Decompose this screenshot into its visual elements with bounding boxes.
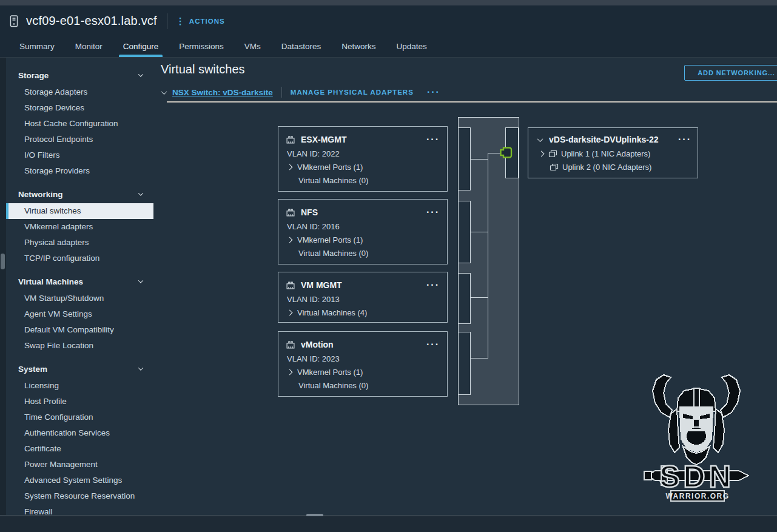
sidebar-item-virtual-switches[interactable]: Virtual switches xyxy=(6,203,153,219)
port-group-name: NFS xyxy=(301,207,318,217)
sidebar-item-firewall[interactable]: Firewall xyxy=(6,504,153,516)
vlan-id-label: VLAN ID: 2016 xyxy=(286,220,440,233)
sidebar-item-vmkernel-adapters[interactable]: VMkernel adapters xyxy=(6,219,153,235)
window-top-bar xyxy=(0,0,777,5)
watermark-title: SDN xyxy=(659,460,735,494)
tab-datastores[interactable]: Datastores xyxy=(271,36,331,57)
viking-left-horn xyxy=(653,375,672,417)
sidebar-scroll-thumb[interactable] xyxy=(1,254,5,269)
sidebar-section-networking: Networking Virtual switches VMkernel ada… xyxy=(6,185,153,266)
sidebar-item-default-vm-compatibility[interactable]: Default VM Compatibility xyxy=(6,322,153,338)
port-group-icon xyxy=(286,135,295,144)
page-title: vcf09-e01-esx01.lab.vcf xyxy=(26,14,157,28)
chevron-right-icon xyxy=(287,309,293,315)
sidebar-item-storage-devices[interactable]: Storage Devices xyxy=(6,100,153,116)
sidebar-header-virtual-machines[interactable]: Virtual Machines xyxy=(6,272,153,291)
viking-hair-right xyxy=(713,409,724,453)
object-header: vcf09-e01-esx01.lab.vcf ⋮ ACTIONS xyxy=(0,5,777,36)
port-group-icon xyxy=(286,208,295,217)
vlan-id-label: VLAN ID: 2013 xyxy=(286,292,440,306)
tab-summary[interactable]: Summary xyxy=(9,36,65,57)
tab-permissions[interactable]: Permissions xyxy=(169,36,234,57)
port-group-more-button[interactable]: ··· xyxy=(426,282,440,288)
sidebar-item-host-cache-configuration[interactable]: Host Cache Configuration xyxy=(6,116,153,132)
port-block-esx-mgmt xyxy=(459,128,471,190)
tab-monitor[interactable]: Monitor xyxy=(65,36,113,57)
chevron-down-icon xyxy=(138,190,143,195)
chevron-down-icon[interactable] xyxy=(161,89,167,95)
chevron-down-icon xyxy=(138,72,143,76)
switch-more-actions-button[interactable]: ··· xyxy=(427,89,440,95)
toolbar-divider xyxy=(281,87,282,98)
uplink-row-1[interactable]: Uplink 1 (1 NIC Adapters) xyxy=(538,147,691,160)
chevron-right-icon xyxy=(287,369,293,375)
tab-vms[interactable]: VMs xyxy=(234,36,271,57)
port-block-nfs xyxy=(459,201,471,263)
port-group-card-vm-mgmt: VM MGMT ··· VLAN ID: 2013 Virtual Machin… xyxy=(278,272,448,323)
actions-menu-button[interactable]: ⋮ ACTIONS xyxy=(176,16,225,25)
uplink-icon xyxy=(548,150,557,158)
sidebar-item-swap-file-location[interactable]: Swap File Location xyxy=(6,338,153,354)
chevron-down-icon[interactable] xyxy=(537,136,543,142)
virtual-machines-row[interactable]: Virtual Machines (4) xyxy=(286,306,440,319)
sidebar-item-tcpip-configuration[interactable]: TCP/IP configuration xyxy=(6,251,153,266)
sidebar-item-time-configuration[interactable]: Time Configuration xyxy=(6,409,153,425)
tab-networks[interactable]: Networks xyxy=(331,36,386,57)
sidebar-header-storage[interactable]: Storage xyxy=(6,66,153,84)
viking-nose xyxy=(694,420,699,426)
port-group-icon xyxy=(286,340,295,349)
virtual-machines-row: Virtual Machines (0) xyxy=(286,173,440,187)
port-group-more-button[interactable]: ··· xyxy=(426,342,440,348)
uplink-row-2[interactable]: Uplink 2 (0 NIC Adapters) xyxy=(538,160,691,173)
sidebar-section-storage: Storage Storage Adapters Storage Devices… xyxy=(6,66,153,179)
sidebar-item-protocol-endpoints[interactable]: Protocol Endpoints xyxy=(6,132,153,147)
host-icon xyxy=(10,15,19,27)
sidebar-item-host-profile[interactable]: Host Profile xyxy=(6,394,153,409)
viking-right-horn xyxy=(721,375,740,417)
switch-topology-diagram xyxy=(458,117,519,405)
sidebar-item-system-resource-reservation[interactable]: System Resource Reservation xyxy=(6,488,153,504)
manage-physical-adapters-button[interactable]: MANAGE PHYSICAL ADAPTERS xyxy=(291,89,414,96)
panel-title: Virtual switches xyxy=(161,62,245,76)
sidebar-item-licensing[interactable]: Licensing xyxy=(6,378,153,394)
port-group-name: VM MGMT xyxy=(301,280,342,290)
sidebar-scroll-rail xyxy=(0,58,6,516)
sidebar-item-vm-startup-shutdown[interactable]: VM Startup/Shutdown xyxy=(6,291,153,306)
virtual-machines-row: Virtual Machines (0) xyxy=(286,379,440,392)
window-bottom-bar xyxy=(0,516,777,532)
port-group-more-button[interactable]: ··· xyxy=(426,136,440,143)
tab-configure[interactable]: Configure xyxy=(113,36,169,57)
port-group-icon xyxy=(286,281,295,289)
vlan-id-label: VLAN ID: 2023 xyxy=(286,352,440,365)
add-networking-button[interactable]: ADD NETWORKING... xyxy=(684,65,777,81)
connected-port-icon xyxy=(501,148,512,158)
uplink-more-button[interactable]: ··· xyxy=(678,136,691,143)
sidebar-item-agent-vm-settings[interactable]: Agent VM Settings xyxy=(6,306,153,322)
chevron-right-icon xyxy=(287,237,293,243)
sidebar-item-certificate[interactable]: Certificate xyxy=(6,441,153,457)
port-group-card-nfs: NFS ··· VLAN ID: 2016 VMkernel Ports (1)… xyxy=(278,199,448,264)
chevron-right-icon xyxy=(287,164,293,170)
sidebar-item-physical-adapters[interactable]: Physical adapters xyxy=(6,235,153,251)
sidebar-item-io-filters[interactable]: I/O Filters xyxy=(6,147,153,163)
sidebar-item-power-management[interactable]: Power Management xyxy=(6,457,153,473)
sidebar-item-storage-providers[interactable]: Storage Providers xyxy=(6,163,153,179)
viking-teeth xyxy=(688,429,705,431)
sidebar-item-storage-adapters[interactable]: Storage Adapters xyxy=(6,84,153,100)
vertical-dots-icon: ⋮ xyxy=(176,16,185,25)
vmkernel-ports-row[interactable]: VMkernel Ports (1) xyxy=(286,233,440,246)
viking-hair-left xyxy=(668,409,679,453)
sidebar-header-networking[interactable]: Networking xyxy=(6,185,153,203)
sidebar-header-system[interactable]: System xyxy=(6,360,153,378)
port-group-more-button[interactable]: ··· xyxy=(426,209,440,215)
tab-bar: Summary Monitor Configure Permissions VM… xyxy=(0,36,777,58)
tab-updates[interactable]: Updates xyxy=(386,36,437,57)
vmkernel-ports-row[interactable]: VMkernel Ports (1) xyxy=(286,365,440,379)
vlan-id-label: VLAN ID: 2022 xyxy=(286,147,440,160)
vmkernel-ports-row[interactable]: VMkernel Ports (1) xyxy=(286,160,440,173)
sidebar-item-authentication-services[interactable]: Authentication Services xyxy=(6,425,153,441)
nsx-switch-link[interactable]: NSX Switch: vDS-darksite xyxy=(172,88,273,97)
chevron-down-icon xyxy=(138,278,143,283)
sidebar-item-advanced-system-settings[interactable]: Advanced System Settings xyxy=(6,473,153,488)
chevron-right-icon xyxy=(539,150,545,157)
